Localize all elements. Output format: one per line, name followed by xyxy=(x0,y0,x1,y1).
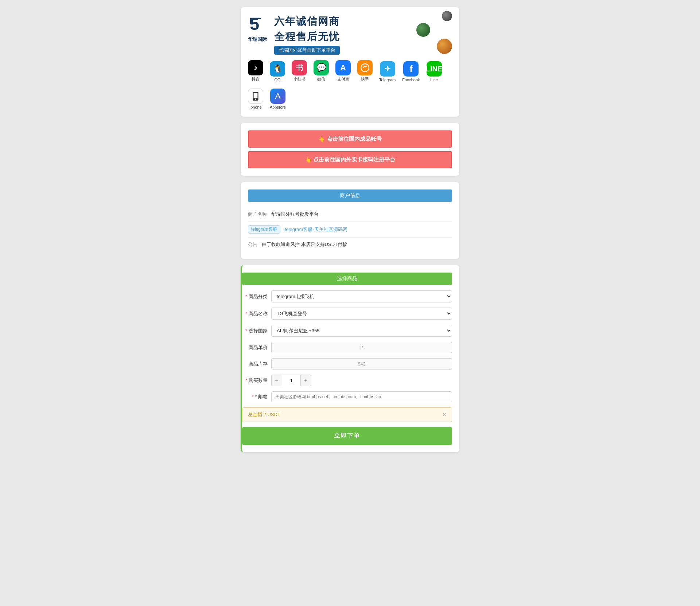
merchant-name-row: 商户名称 华瑞国外账号批发平台 xyxy=(248,207,452,222)
stock-row: 商品库存 xyxy=(242,358,452,370)
category-row: 商品分类 telegram电报飞机 微信账号 Facebook账号 xyxy=(242,290,452,302)
product-section-title: 选择商品 xyxy=(242,273,452,285)
planet-dark xyxy=(442,11,452,21)
app-icon-item: LINELine xyxy=(427,61,442,82)
unit-price-label: 商品单价 xyxy=(242,344,268,351)
app-icon-label: Telegram xyxy=(379,78,396,82)
qq-icon[interactable]: 🐧 xyxy=(270,61,285,77)
stock-input xyxy=(271,358,452,370)
unit-price-row: 商品单价 xyxy=(242,342,452,353)
merchant-section: 商户信息 商户名称 华瑞国外账号批发平台 telegram客服 telegram… xyxy=(241,182,459,259)
merchant-notice-row: 公告 由于收款通道风控 本店只支持USDT付款 xyxy=(248,238,452,251)
notice-label: 公告 xyxy=(248,241,257,248)
tiktok-icon[interactable]: ♪ xyxy=(248,60,263,75)
brand-logo: 5 华瑞国际 xyxy=(248,15,267,43)
app-icon-item: Iphone xyxy=(248,89,263,109)
product-section: 选择商品 商品分类 telegram电报飞机 微信账号 Facebook账号 商… xyxy=(241,265,459,452)
stock-label: 商品库存 xyxy=(242,361,268,367)
logo-svg: 5 xyxy=(248,15,267,35)
country-label: 选择国家 xyxy=(242,328,268,334)
email-label: * 邮箱 xyxy=(242,394,268,400)
app-icon-item: 快手 xyxy=(357,60,373,82)
merchant-section-title: 商户信息 xyxy=(248,189,452,202)
merchant-name-label: 商户名称 xyxy=(248,211,267,218)
qty-label: 购买数量 xyxy=(242,377,268,384)
appstore-icon[interactable]: A xyxy=(270,89,285,104)
banner-decorations xyxy=(416,11,452,54)
product-name-row: 商品名称 TG飞机直登号 TG成品账号 TG老号 xyxy=(242,308,452,320)
page-wrapper: 5 华瑞国际 六年诚信网商 全程售后无忧 华瑞国外账号自助下单平台 xyxy=(241,7,459,591)
app-icon-label: 微信 xyxy=(317,77,325,82)
product-name-label: 商品名称 xyxy=(242,310,268,317)
line-icon[interactable]: LINE xyxy=(427,61,442,77)
banner-section: 5 华瑞国际 六年诚信网商 全程售后无忧 华瑞国外账号自助下单平台 xyxy=(241,7,459,117)
app-icon-item: fFacebook xyxy=(402,61,420,82)
apple-icon[interactable] xyxy=(248,89,263,104)
brand-name: 华瑞国际 xyxy=(248,36,267,43)
app-icon-label: Line xyxy=(430,78,438,82)
notice-value: 由于收款通道风控 本店只支持USDT付款 xyxy=(262,241,347,248)
app-icons-row: ♪抖音🐧QQ书小红书💬微信A支付宝快手✈TelegramfFacebookLIN… xyxy=(248,60,452,109)
promo-section: 👆 点击前往国内成品账号 👆 点击前往国内外实卡接码注册平台 xyxy=(241,123,459,176)
app-icon-item: AAppstore xyxy=(270,89,286,109)
app-icon-label: 抖音 xyxy=(252,77,260,82)
app-icon-item: 🐧QQ xyxy=(270,61,285,82)
app-icon-item: ✈Telegram xyxy=(379,61,396,82)
xiaohongshu-icon[interactable]: 书 xyxy=(292,60,307,75)
app-icon-item: 💬微信 xyxy=(314,60,329,82)
domestic-account-button[interactable]: 👆 点击前往国内成品账号 xyxy=(248,130,452,148)
tagline-line1: 六年诚信网商 xyxy=(274,15,340,28)
tagline-line2: 全程售后无忧 xyxy=(274,30,340,44)
app-icon-label: 快手 xyxy=(361,77,369,82)
alipay-icon[interactable]: A xyxy=(335,60,351,75)
planet-orange xyxy=(437,39,452,54)
app-icon-item: 书小红书 xyxy=(292,60,307,82)
country-select[interactable]: AL/阿尔巴尼亚 +355 CN/中国 +86 US/美国 +1 xyxy=(271,325,452,337)
app-icon-label: Appstore xyxy=(270,105,286,109)
app-icon-label: Iphone xyxy=(249,105,262,109)
qty-decrease-button[interactable]: − xyxy=(271,375,282,386)
email-input[interactable] xyxy=(271,391,452,402)
platform-badge: 华瑞国外账号自助下单平台 xyxy=(274,46,340,55)
facebook-icon[interactable]: f xyxy=(403,61,419,77)
total-bar: 总金额 2 USDT × xyxy=(242,407,452,422)
qty-control: − + xyxy=(271,375,311,386)
app-icon-item: ♪抖音 xyxy=(248,60,263,82)
telegram-icon[interactable]: ✈ xyxy=(380,61,395,77)
contact-value[interactable]: telegram客服-天美社区源码网 xyxy=(285,226,347,233)
banner-top: 5 华瑞国际 六年诚信网商 全程售后无忧 华瑞国外账号自助下单平台 xyxy=(248,15,340,55)
merchant-contact-row: telegram客服 telegram客服-天美社区源码网 xyxy=(248,222,452,238)
planet-green xyxy=(416,23,430,37)
unit-price-input xyxy=(271,342,452,353)
country-row: 选择国家 AL/阿尔巴尼亚 +355 CN/中国 +86 US/美国 +1 xyxy=(242,325,452,337)
banner-tagline: 六年诚信网商 全程售后无忧 华瑞国外账号自助下单平台 xyxy=(274,15,340,55)
svg-text:5: 5 xyxy=(250,15,259,34)
app-icon-label: Facebook xyxy=(402,78,420,82)
qty-increase-button[interactable]: + xyxy=(300,375,311,386)
qty-input[interactable] xyxy=(282,375,300,386)
app-icon-label: 小红书 xyxy=(293,77,306,82)
contact-label: telegram客服 xyxy=(248,225,280,234)
app-icon-item: A支付宝 xyxy=(335,60,351,82)
total-amount: 总金额 2 USDT xyxy=(248,411,280,418)
wechat-icon[interactable]: 💬 xyxy=(314,60,329,75)
app-icon-label: QQ xyxy=(274,78,280,82)
svg-point-3 xyxy=(361,64,369,72)
app-icon-label: 支付宝 xyxy=(337,77,349,82)
category-label: 商品分类 xyxy=(242,293,268,300)
total-close-button[interactable]: × xyxy=(443,411,446,418)
category-select[interactable]: telegram电报飞机 微信账号 Facebook账号 xyxy=(271,290,452,302)
email-row: * 邮箱 xyxy=(242,391,452,402)
product-name-select[interactable]: TG飞机直登号 TG成品账号 TG老号 xyxy=(271,308,452,320)
qty-row: 购买数量 − + xyxy=(242,375,452,386)
merchant-name-value: 华瑞国外账号批发平台 xyxy=(271,211,319,218)
foreign-registration-button[interactable]: 👆 点击前往国内外实卡接码注册平台 xyxy=(248,151,452,168)
kuaishou-icon[interactable] xyxy=(357,60,373,75)
submit-order-button[interactable]: 立即下单 xyxy=(242,427,452,445)
